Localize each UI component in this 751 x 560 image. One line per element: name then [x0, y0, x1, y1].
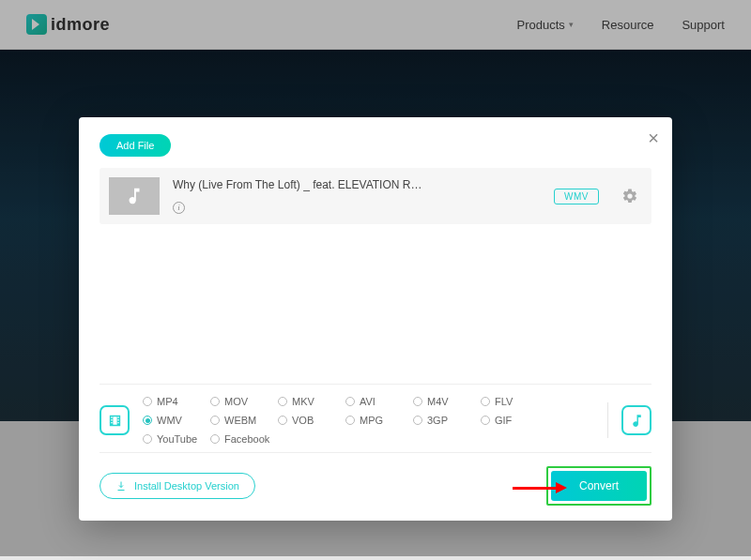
format-label: MPG	[360, 415, 383, 426]
format-label: MKV	[292, 396, 314, 407]
top-nav: Products▾ Resource Support	[517, 18, 726, 32]
format-label: M4V	[427, 396, 449, 407]
audio-tab-icon[interactable]	[621, 405, 651, 435]
logo-play-icon	[26, 14, 47, 35]
format-option-3gp[interactable]: 3GP	[413, 415, 481, 426]
format-option-avi[interactable]: AVI	[345, 396, 413, 407]
video-tab-icon[interactable]	[100, 405, 130, 435]
format-label: MP4	[157, 396, 178, 407]
format-label: WEBM	[224, 415, 256, 426]
format-label: YouTube	[157, 433, 197, 445]
format-label: 3GP	[427, 415, 448, 426]
radio-icon	[278, 397, 287, 406]
format-option-wmv[interactable]: WMV	[143, 415, 210, 426]
nav-resource[interactable]: Resource	[602, 18, 654, 32]
format-option-gif[interactable]: GIF	[481, 415, 548, 426]
file-list: Why (Live From The Loft) _ feat. ELEVATI…	[100, 168, 651, 384]
radio-icon	[481, 416, 490, 425]
divider	[607, 402, 608, 438]
gear-icon[interactable]	[621, 188, 638, 204]
top-bar: idmore Products▾ Resource Support	[0, 0, 751, 50]
radio-icon	[345, 416, 355, 425]
format-bar: MP4MOVMKVAVIM4VFLVWMVWEBMVOBMPG3GPGIFYou…	[100, 384, 651, 452]
add-file-button[interactable]: Add File	[100, 134, 171, 157]
convert-highlight: Convert	[546, 466, 651, 506]
radio-icon	[210, 397, 220, 406]
format-option-flv[interactable]: FLV	[481, 396, 548, 407]
format-label: GIF	[495, 415, 512, 426]
bottom-bar: Install Desktop Version Convert	[100, 452, 651, 506]
format-option-vob[interactable]: VOB	[278, 415, 345, 426]
format-label: Facebook	[224, 433, 269, 445]
radio-icon	[278, 416, 287, 425]
format-label: FLV	[495, 396, 513, 407]
file-row: Why (Live From The Loft) _ feat. ELEVATI…	[100, 168, 651, 224]
radio-icon	[143, 397, 152, 406]
brand-name: idmore	[51, 15, 110, 35]
radio-icon	[345, 397, 355, 406]
format-option-mp4[interactable]: MP4	[143, 396, 210, 407]
radio-icon	[210, 434, 220, 444]
radio-icon	[143, 416, 152, 425]
output-format-badge[interactable]: WMV	[554, 189, 599, 204]
format-label: MOV	[224, 396, 248, 407]
format-label: VOB	[292, 415, 314, 426]
radio-icon	[210, 416, 220, 425]
convert-button[interactable]: Convert	[551, 471, 647, 501]
radio-icon	[413, 416, 422, 425]
format-label: WMV	[157, 415, 182, 426]
nav-support[interactable]: Support	[682, 18, 725, 32]
close-icon[interactable]: ×	[648, 129, 659, 147]
brand-logo[interactable]: idmore	[26, 14, 110, 35]
converter-modal: × Add File Why (Live From The Loft) _ fe…	[79, 117, 672, 521]
format-option-webm[interactable]: WEBM	[210, 415, 278, 426]
format-option-mpg[interactable]: MPG	[345, 415, 413, 426]
format-option-facebook[interactable]: Facebook	[210, 433, 278, 445]
info-icon[interactable]: i	[173, 202, 185, 214]
format-option-youtube[interactable]: YouTube	[143, 433, 210, 445]
audio-thumbnail-icon	[109, 177, 160, 215]
format-option-mkv[interactable]: MKV	[278, 396, 345, 407]
format-option-m4v[interactable]: M4V	[413, 396, 481, 407]
download-icon	[115, 480, 127, 492]
format-label: AVI	[360, 396, 376, 407]
install-desktop-button[interactable]: Install Desktop Version	[100, 473, 255, 499]
radio-icon	[413, 397, 422, 406]
radio-icon	[143, 434, 152, 444]
install-label: Install Desktop Version	[134, 480, 239, 492]
file-title: Why (Live From The Loft) _ feat. ELEVATI…	[173, 178, 541, 191]
chevron-down-icon: ▾	[569, 20, 574, 29]
nav-products[interactable]: Products▾	[517, 18, 574, 32]
format-grid: MP4MOVMKVAVIM4VFLVWMVWEBMVOBMPG3GPGIFYou…	[143, 396, 594, 445]
radio-icon	[481, 397, 490, 406]
format-option-mov[interactable]: MOV	[210, 396, 278, 407]
